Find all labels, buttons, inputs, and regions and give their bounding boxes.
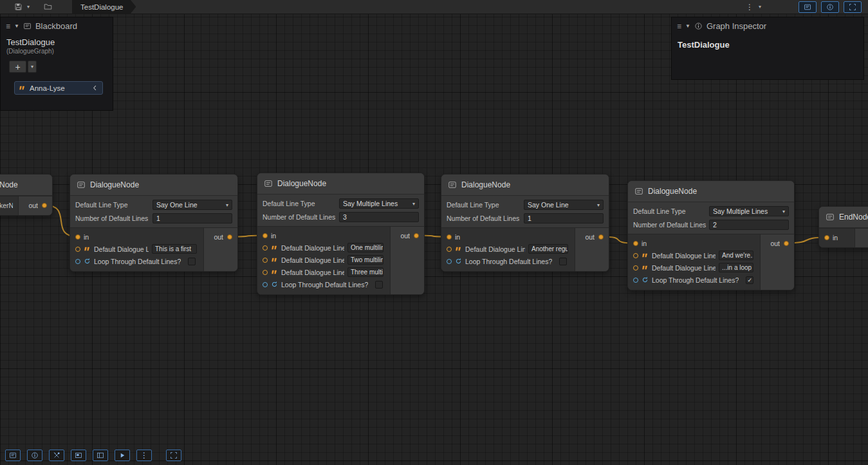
dialogue-node-4[interactable]: DialogueNodeDefault Line TypeSay Multipl… bbox=[627, 180, 795, 290]
port-label: out bbox=[214, 233, 223, 241]
port-label: Loop Through Default Lines? bbox=[652, 276, 739, 284]
open-asset-button[interactable] bbox=[41, 1, 54, 14]
speaker-node[interactable]: NodekerNameout bbox=[0, 174, 53, 216]
port-flow-icon[interactable] bbox=[42, 203, 47, 208]
port-data-icon[interactable] bbox=[263, 245, 268, 251]
port-flow-icon[interactable] bbox=[598, 234, 604, 240]
folder-icon bbox=[44, 3, 52, 11]
node-property-row: Number of Default Lines2 bbox=[632, 219, 790, 231]
node-title-bar[interactable]: DialogueNode bbox=[70, 175, 237, 196]
port-flow-icon[interactable] bbox=[75, 234, 80, 240]
port-bool-icon[interactable] bbox=[633, 278, 638, 283]
property-input[interactable]: 1 bbox=[524, 213, 604, 223]
property-input[interactable]: 2 bbox=[709, 220, 789, 230]
port-label: in bbox=[833, 234, 838, 242]
add-property-caret-button[interactable]: ▾ bbox=[28, 61, 37, 73]
property-dropdown[interactable]: Say One Line▾ bbox=[152, 200, 232, 210]
collapse-triangle-icon[interactable]: ▼ bbox=[685, 24, 690, 29]
tools-button[interactable] bbox=[49, 450, 64, 461]
dialogue-line-input[interactable]: One multiline bbox=[347, 243, 383, 252]
dialogue-line-input[interactable]: Another regu bbox=[528, 244, 568, 254]
dialogue-line-input[interactable]: ...in a loop bbox=[719, 263, 753, 272]
add-property-button[interactable]: + bbox=[9, 61, 26, 73]
blackboard-header[interactable]: ≡ ▼ Blackboard bbox=[1, 17, 113, 33]
port-flow-icon[interactable] bbox=[824, 235, 829, 240]
chevron-left-icon[interactable] bbox=[91, 84, 98, 91]
toggle-blackboard-button[interactable] bbox=[799, 1, 817, 13]
port-data-icon[interactable] bbox=[263, 270, 268, 275]
blackboard-toggle-button[interactable] bbox=[5, 450, 21, 461]
overflow-menu-caret-button[interactable]: ▾ bbox=[756, 1, 764, 14]
port-label: out bbox=[770, 240, 780, 247]
port-data-icon[interactable] bbox=[633, 253, 638, 258]
port-flow-icon[interactable] bbox=[447, 234, 452, 240]
minimap-icon bbox=[75, 451, 82, 459]
preview-toggle-button[interactable] bbox=[115, 450, 130, 461]
property-input[interactable]: 3 bbox=[339, 212, 419, 222]
dropdown-value: Say Multiple Lines bbox=[343, 200, 398, 207]
quote-icon bbox=[271, 244, 278, 251]
loop-checkbox[interactable] bbox=[375, 281, 383, 289]
input-port-row: Loop Through Default Lines?✓ bbox=[628, 274, 760, 286]
dialogue-node-2[interactable]: DialogueNodeDefault Line TypeSay Multipl… bbox=[257, 173, 425, 295]
dialogue-node-3[interactable]: DialogueNodeDefault Line TypeSay One Lin… bbox=[441, 174, 609, 272]
more-options-button[interactable]: ⋮ bbox=[136, 450, 152, 461]
dialogue-line-input[interactable]: Three multili bbox=[347, 267, 383, 277]
property-label: Default Line Type bbox=[447, 201, 499, 209]
loop-checkbox[interactable] bbox=[559, 258, 567, 265]
loop-checkbox[interactable] bbox=[188, 258, 196, 265]
panels-toggle-button[interactable] bbox=[93, 450, 108, 461]
port-flow-icon[interactable] bbox=[414, 233, 419, 238]
node-title-bar[interactable]: DialogueNode bbox=[257, 173, 424, 195]
node-property-row: Default Line TypeSay Multiple Lines▾ bbox=[632, 205, 790, 217]
board-icon bbox=[9, 451, 17, 459]
minimap-toggle-button[interactable] bbox=[71, 450, 86, 461]
property-input[interactable]: 1 bbox=[152, 213, 232, 223]
dialogue-line-input[interactable]: And we're... bbox=[719, 251, 753, 260]
input-ports-column: inDefault Dialogue LineThis is a firstLo… bbox=[70, 228, 203, 271]
port-bool-icon[interactable] bbox=[447, 259, 452, 264]
node-title-bar[interactable]: DialogueNode bbox=[628, 181, 794, 202]
node-property-row: Number of Default Lines1 bbox=[445, 213, 605, 224]
property-dropdown[interactable]: Say Multiple Lines▾ bbox=[709, 206, 789, 216]
node-properties: Default Line TypeSay Multiple Lines▾Numb… bbox=[628, 202, 794, 234]
dialogue-line-input[interactable]: This is a first bbox=[152, 244, 197, 254]
collapse-triangle-icon[interactable]: ▼ bbox=[14, 24, 19, 29]
inspector-toggle-button[interactable] bbox=[27, 450, 42, 461]
dialogue-node-1[interactable]: DialogueNodeDefault Line TypeSay One Lin… bbox=[69, 174, 238, 272]
port-flow-icon[interactable] bbox=[633, 241, 638, 246]
graph-inspector-header[interactable]: ≡ ▼ Graph Inspector bbox=[672, 17, 863, 33]
port-data-icon[interactable] bbox=[633, 265, 638, 270]
port-flow-icon[interactable] bbox=[263, 233, 268, 238]
port-label: in bbox=[84, 233, 89, 241]
drag-handle-icon[interactable]: ≡ bbox=[6, 23, 10, 30]
save-options-button[interactable]: ▾ bbox=[24, 1, 32, 14]
toggle-preview-button[interactable] bbox=[844, 1, 862, 13]
property-dropdown[interactable]: Say One Line▾ bbox=[524, 200, 604, 210]
port-data-icon[interactable] bbox=[75, 247, 80, 252]
port-bool-icon[interactable] bbox=[75, 259, 80, 264]
node-title-bar[interactable]: Node bbox=[0, 175, 52, 196]
drag-handle-icon[interactable]: ≡ bbox=[677, 23, 681, 30]
end-node[interactable]: EndNodein bbox=[818, 206, 868, 248]
overflow-menu-button[interactable]: ⋮ bbox=[743, 1, 756, 14]
port-bool-icon[interactable] bbox=[263, 282, 268, 287]
node-title-bar[interactable]: DialogueNode bbox=[441, 175, 609, 196]
port-flow-icon[interactable] bbox=[784, 241, 789, 246]
toggle-inspector-button[interactable] bbox=[821, 1, 839, 13]
frame-icon bbox=[170, 451, 178, 459]
node-ports: inDefault Dialogue Line 1One multilineDe… bbox=[257, 226, 424, 294]
save-button[interactable] bbox=[12, 1, 24, 14]
port-data-icon[interactable] bbox=[447, 247, 452, 252]
port-flow-icon[interactable] bbox=[227, 234, 232, 240]
quote-icon bbox=[84, 245, 91, 252]
loop-checkbox[interactable]: ✓ bbox=[746, 276, 753, 284]
output-ports-column: out bbox=[390, 227, 424, 294]
blackboard-field-anna-lyse[interactable]: Anna-Lyse bbox=[14, 81, 103, 95]
frame-all-button[interactable] bbox=[166, 450, 181, 461]
property-dropdown[interactable]: Say Multiple Lines▾ bbox=[339, 198, 419, 209]
graph-tab[interactable]: TestDialogue bbox=[72, 0, 136, 14]
dialogue-line-input[interactable]: Two multiline bbox=[347, 255, 383, 265]
port-data-icon[interactable] bbox=[263, 258, 268, 263]
node-title-bar[interactable]: EndNode bbox=[819, 207, 868, 228]
